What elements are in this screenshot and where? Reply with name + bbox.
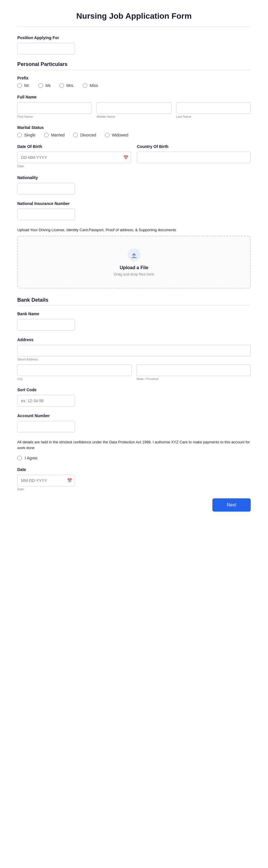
prefix-mrs-label: Mrs. xyxy=(66,83,74,88)
nationality-input[interactable] xyxy=(17,183,75,194)
prefix-label: Prefix xyxy=(17,76,251,80)
city-sublabel: City xyxy=(17,377,132,381)
bank-section-title: Bank Details xyxy=(17,297,251,306)
account-number-label: Account Number xyxy=(17,413,251,418)
country-birth-label: Country Of Birth xyxy=(137,144,251,149)
last-name-wrapper: Last Name xyxy=(176,102,251,118)
bank-name-input[interactable] xyxy=(17,319,75,331)
marital-married[interactable]: Married xyxy=(44,133,64,137)
address-label: Address xyxy=(17,337,251,342)
middle-name-input[interactable] xyxy=(96,102,171,114)
upload-label-text: Upload Your Driving License, Identity Ca… xyxy=(17,227,251,233)
bank-date-input-wrapper: 📅 xyxy=(17,475,75,486)
nin-label: National Insurance Number xyxy=(17,201,251,206)
bank-name-label: Bank Name xyxy=(17,311,251,316)
prefix-mrs[interactable]: Mrs. xyxy=(59,83,74,88)
disclaimer-text: All details are held in the strictest co… xyxy=(17,439,251,452)
agree-label: I Agree xyxy=(25,456,37,460)
marital-widowed-label: Widowed xyxy=(112,133,128,137)
state-wrapper: State / Province xyxy=(136,365,251,381)
dob-sublabel: Date xyxy=(17,164,24,168)
street-sublabel: Street Address xyxy=(17,358,38,361)
prefix-miss[interactable]: Miss xyxy=(83,83,98,88)
state-sublabel: State / Province xyxy=(136,377,251,381)
upload-subtitle: Drag and drop files here xyxy=(24,272,244,276)
marital-single-label: Single xyxy=(24,133,35,137)
bank-date-label: Date xyxy=(17,467,251,472)
middle-name-sublabel: Middle Name xyxy=(96,115,171,118)
marital-status-radio-group: Single Married Divorced Widowed xyxy=(17,133,251,137)
upload-area[interactable]: Upload a File Drag and drop files here xyxy=(17,236,251,288)
middle-name-wrapper: Middle Name xyxy=(96,102,171,118)
position-label: Position Applying For xyxy=(17,35,251,40)
country-birth-input[interactable] xyxy=(137,152,251,163)
upload-icon xyxy=(127,248,141,262)
city-input[interactable] xyxy=(17,365,132,376)
dob-input[interactable] xyxy=(17,152,131,163)
upload-title: Upload a File xyxy=(24,265,244,270)
first-name-wrapper: First Name xyxy=(17,102,92,118)
next-button[interactable]: Next xyxy=(212,498,251,512)
page-title: Nursing Job Application Form xyxy=(17,11,251,27)
sort-code-input[interactable] xyxy=(17,395,75,406)
marital-married-label: Married xyxy=(51,133,64,137)
marital-widowed[interactable]: Widowed xyxy=(105,133,128,137)
prefix-ms-label: Ms xyxy=(45,83,51,88)
dob-label: Date Of Birth xyxy=(17,144,131,149)
last-name-sublabel: Last Name xyxy=(176,115,251,118)
agree-option[interactable]: I Agree xyxy=(17,456,251,460)
last-name-input[interactable] xyxy=(176,102,251,114)
marital-status-label: Marital Status xyxy=(17,125,251,130)
address-row: City State / Province xyxy=(17,365,251,381)
full-name-label: Full Name xyxy=(17,95,251,99)
dob-input-wrapper: 📅 xyxy=(17,152,131,163)
first-name-input[interactable] xyxy=(17,102,92,114)
prefix-miss-label: Miss xyxy=(90,83,98,88)
marital-divorced[interactable]: Divorced xyxy=(73,133,96,137)
bank-date-sublabel: Date xyxy=(17,487,24,491)
personal-section-title: Personal Particulars xyxy=(17,61,251,70)
account-number-input[interactable] xyxy=(17,421,75,432)
prefix-ms[interactable]: Ms xyxy=(38,83,51,88)
bank-date-input[interactable] xyxy=(17,475,75,486)
sort-code-label: Sort Code xyxy=(17,388,251,392)
city-wrapper: City xyxy=(17,365,132,381)
nin-input[interactable] xyxy=(17,209,75,220)
marital-single[interactable]: Single xyxy=(17,133,35,137)
nationality-label: Nationality xyxy=(17,175,251,180)
name-fields-row: First Name Middle Name Last Name xyxy=(17,102,251,118)
state-input[interactable] xyxy=(136,365,251,376)
next-button-row: Next xyxy=(17,498,251,512)
prefix-mr-label: Mr. xyxy=(24,83,30,88)
marital-divorced-label: Divorced xyxy=(80,133,96,137)
first-name-sublabel: First Name xyxy=(17,115,92,118)
street-address-input[interactable] xyxy=(17,345,251,356)
prefix-mr[interactable]: Mr. xyxy=(17,83,30,88)
position-input[interactable] xyxy=(17,43,75,54)
agree-radio[interactable] xyxy=(17,456,22,460)
prefix-radio-group: Mr. Ms Mrs. Miss xyxy=(17,83,251,88)
